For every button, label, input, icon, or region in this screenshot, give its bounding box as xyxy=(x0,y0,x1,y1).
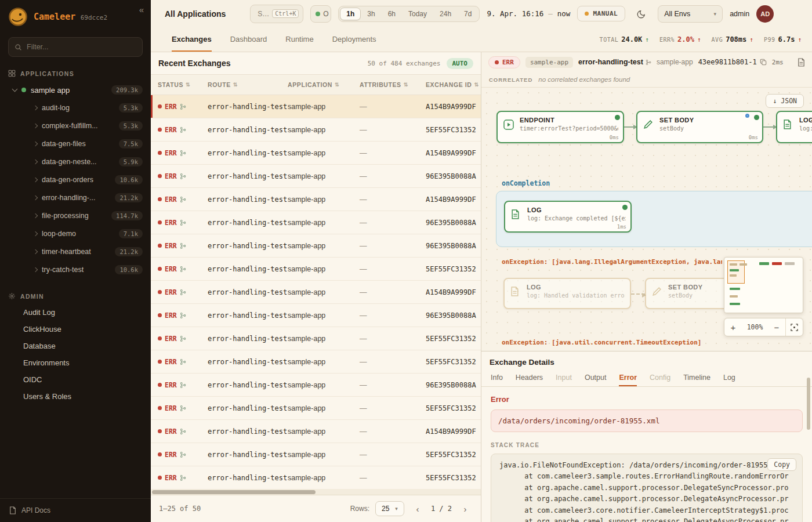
sidebar-route-item[interactable]: complex-fulfillm... 5.3k xyxy=(0,117,151,135)
dark-mode-toggle[interactable] xyxy=(632,5,651,23)
column-header-application[interactable]: APPLICATION⇅ xyxy=(288,81,360,88)
chevron-right-icon xyxy=(33,123,38,128)
main-tab[interactable]: Runtime xyxy=(285,27,313,52)
exchange-row[interactable]: ERR error-handling-test sample-app — A15… xyxy=(151,420,481,443)
application-name: sample-app xyxy=(657,58,693,66)
sidebar-route-item[interactable]: loop-demo 7.1k xyxy=(0,224,151,242)
sidebar-route-item[interactable]: data-gen-files 7.5k xyxy=(0,135,151,153)
api-docs-link[interactable]: API Docs xyxy=(0,498,151,522)
auto-refresh-badge[interactable]: AUTO xyxy=(447,58,474,69)
sidebar-admin-item[interactable]: ClickHouse xyxy=(0,321,151,338)
sidebar-route-item[interactable]: data-gen-orders 10.6k xyxy=(0,171,151,188)
details-tab[interactable]: Config xyxy=(650,370,670,386)
exchange-row[interactable]: ERR error-handling-test sample-app — 96E… xyxy=(151,165,481,188)
exchange-row[interactable]: ERR error-handling-test sample-app — 96E… xyxy=(151,211,481,234)
time-range-button[interactable]: 24h xyxy=(433,8,458,20)
sidebar-route-item[interactable]: error-handling-... 21.2k xyxy=(0,188,151,206)
main-tab[interactable]: Exchanges xyxy=(172,27,212,52)
zoom-in-button[interactable]: + xyxy=(724,322,742,332)
column-header-route[interactable]: ROUTE⇅ xyxy=(208,81,288,88)
refresh-mode-button[interactable]: MANUAL xyxy=(577,6,625,21)
sidebar-admin-item[interactable]: Environments xyxy=(0,354,151,371)
exchange-row[interactable]: ERR error-handling-test sample-app — 96E… xyxy=(151,374,481,397)
horizontal-scrollbar[interactable] xyxy=(151,489,481,495)
route-name[interactable]: error-handling-test xyxy=(578,58,651,66)
live-status-pill[interactable]: O xyxy=(310,5,331,23)
exchange-row[interactable]: ERR error-handling-test sample-app — 5EF… xyxy=(151,118,481,142)
sidebar-route-item[interactable]: audit-log 5.3k xyxy=(0,99,151,117)
details-tab[interactable]: Output xyxy=(585,370,607,386)
prev-page-button[interactable]: ‹ xyxy=(410,501,425,516)
global-search-input[interactable]: S… Ctrl+K xyxy=(250,5,303,23)
details-tab[interactable]: Headers xyxy=(516,370,543,386)
document-icon[interactable] xyxy=(798,58,805,67)
main-tab[interactable]: Dashboard xyxy=(230,27,267,52)
rows-per-page-select[interactable]: 25 ▾ xyxy=(375,501,404,516)
flow-node-exception-log[interactable]: LOG log: Handled validation error: ${exc… xyxy=(503,278,631,309)
details-tab[interactable]: Log xyxy=(723,370,735,386)
flow-node-log[interactable]: LOG log: Sta xyxy=(776,111,812,143)
exchange-row[interactable]: ERR error-handling-test sample-app — 5EF… xyxy=(151,443,481,466)
exchange-row[interactable]: ERR error-handling-test sample-app — 5EF… xyxy=(151,466,481,489)
zoom-fit-button[interactable] xyxy=(785,318,803,336)
vertical-scrollbar-thumb[interactable] xyxy=(807,378,810,430)
exchange-row[interactable]: ERR error-handling-test sample-app — A15… xyxy=(151,142,481,165)
column-header-status[interactable]: STATUS⇅ xyxy=(158,81,208,88)
pagination-range: 1–25 of 50 xyxy=(159,505,201,513)
main-tab[interactable]: Deployments xyxy=(332,27,376,52)
copy-icon[interactable] xyxy=(760,59,767,66)
details-tab[interactable]: Input xyxy=(556,370,572,386)
copy-button[interactable]: Copy xyxy=(767,458,796,471)
user-avatar[interactable]: AD xyxy=(756,5,774,23)
flow-node-completion-log[interactable]: LOG log: Exchange completed [${exchan 1m… xyxy=(504,201,632,233)
exchange-row[interactable]: ERR error-handling-test sample-app — 96E… xyxy=(151,234,481,258)
exchange-row[interactable]: ERR error-handling-test sample-app — A15… xyxy=(151,281,481,304)
exchange-row[interactable]: ERR error-handling-test sample-app — 5EF… xyxy=(151,327,481,350)
sidebar-admin-item[interactable]: OIDC xyxy=(0,371,151,388)
sidebar-filter-input[interactable]: Filter... xyxy=(8,37,143,57)
trend-arrow-icon: ↑ xyxy=(798,36,802,44)
sidebar-route-item[interactable]: data-gen-neste... 5.9k xyxy=(0,153,151,171)
sidebar-admin-item[interactable]: Users & Roles xyxy=(0,388,151,405)
sidebar-admin-item[interactable]: Database xyxy=(0,338,151,354)
next-page-button[interactable]: › xyxy=(458,501,473,516)
route-count-badge: 21.2k xyxy=(115,247,143,256)
column-header-attributes[interactable]: ATTRIBUTES⇅ xyxy=(360,81,426,88)
exchange-row[interactable]: ERR error-handling-test sample-app — A15… xyxy=(151,188,481,211)
details-tab[interactable]: Error xyxy=(619,370,637,386)
exchange-row[interactable]: ERR error-handling-test sample-app — 96E… xyxy=(151,304,481,327)
sidebar-route-item[interactable]: file-processing 114.7k xyxy=(0,206,151,224)
sidebar-collapse-icon[interactable]: « xyxy=(139,5,144,14)
sidebar-route-item[interactable]: timer-heartbeat 21.2k xyxy=(0,242,151,260)
branch-icon xyxy=(180,358,186,365)
pencil-icon xyxy=(652,287,662,299)
environment-select[interactable]: All Envs ▾ xyxy=(658,5,723,23)
error-status-dot xyxy=(158,406,162,410)
exchange-row[interactable]: ERR error-handling-test sample-app — 5EF… xyxy=(151,397,481,420)
flow-node-endpoint[interactable]: ENDPOINT timer:errorTest?period=5000&del… xyxy=(496,111,624,143)
details-tab[interactable]: Info xyxy=(491,370,503,386)
flow-node-set-body[interactable]: SET BODY setBody 0ms xyxy=(636,111,763,143)
exchange-row[interactable]: ERR error-handling-test sample-app — 5EF… xyxy=(151,258,481,281)
exchange-row[interactable]: ERR error-handling-test sample-app — A15… xyxy=(151,95,481,118)
time-range-button[interactable]: 6h xyxy=(382,8,402,20)
details-tab[interactable]: Timeline xyxy=(683,370,710,386)
zoom-out-button[interactable]: − xyxy=(768,322,785,332)
time-range-button[interactable]: 7d xyxy=(458,8,478,20)
date-range[interactable]: 9. Apr. 16:16 — now xyxy=(487,9,570,18)
branch-icon xyxy=(180,335,186,342)
scrollbar-thumb[interactable] xyxy=(152,490,316,494)
sidebar-app-sample-app[interactable]: sample app 209.3k xyxy=(0,81,151,99)
exchange-row[interactable]: ERR error-handling-test sample-app — 5EF… xyxy=(151,350,481,374)
sidebar-admin-item[interactable]: Audit Log xyxy=(0,304,151,321)
minimap[interactable] xyxy=(724,257,803,313)
column-header-exchange-id[interactable]: EXCHANGE ID⇅ xyxy=(426,81,481,88)
route-flow-canvas[interactable]: ↓ JSON ENDPOINT timer:errorTest?period=5… xyxy=(481,88,812,351)
sidebar-route-item[interactable]: try-catch-test 10.6k xyxy=(0,260,151,278)
time-range-button[interactable]: Today xyxy=(402,8,433,20)
page-title: All Applications xyxy=(165,9,226,19)
download-json-button[interactable]: ↓ JSON xyxy=(766,94,804,108)
time-range-button[interactable]: 1h xyxy=(340,8,361,20)
time-range-button[interactable]: 3h xyxy=(361,8,381,20)
stack-trace-line: at org.apache.camel.support.processor.De… xyxy=(499,483,794,494)
